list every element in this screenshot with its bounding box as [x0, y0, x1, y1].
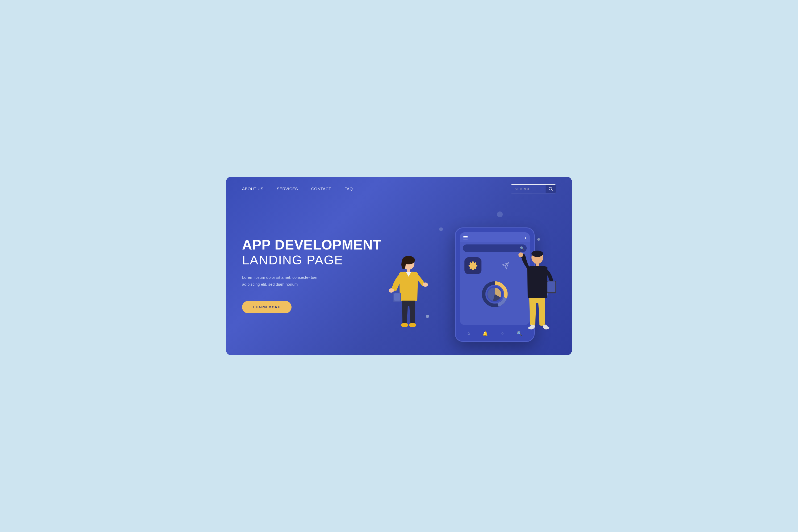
search-input[interactable] [511, 185, 546, 193]
svg-point-21 [518, 252, 523, 257]
svg-point-14 [401, 323, 408, 327]
svg-rect-17 [394, 293, 400, 301]
chevron-icon: › [525, 235, 526, 240]
svg-point-19 [531, 251, 543, 257]
nav-item-faq[interactable]: FAQ [344, 187, 353, 191]
svg-rect-23 [547, 281, 555, 292]
heart-icon: ♡ [500, 331, 504, 336]
person-woman [386, 253, 431, 343]
hero-title-bold: APP DEVELOPMENT [242, 237, 383, 252]
landing-page: ABOUT US SERVICES CONTACT FAQ [226, 177, 572, 355]
learn-more-button[interactable]: LEARN MORE [242, 301, 291, 314]
svg-point-0 [549, 187, 552, 190]
search-icon [548, 187, 553, 191]
gear-app-icon [464, 257, 481, 274]
send-icon [502, 262, 509, 269]
person-man [516, 247, 558, 343]
svg-point-13 [423, 283, 428, 287]
home-icon: ⌂ [467, 331, 470, 336]
bell-icon: 🔔 [482, 331, 488, 336]
navigation: ABOUT US SERVICES CONTACT FAQ [226, 177, 572, 201]
search-button[interactable] [546, 185, 556, 193]
nav-item-about[interactable]: ABOUT US [242, 187, 263, 191]
woman-illustration [386, 253, 431, 343]
phone-top-bar: › [460, 232, 530, 242]
hero-illustration: › 🔍 [383, 206, 556, 344]
deco-dot-5 [537, 238, 540, 241]
hamburger-icon [463, 236, 468, 240]
hero-description: Lorem ipsum dolor sit amet, consecte- tu… [242, 274, 332, 288]
gear-icon [468, 261, 478, 270]
deco-dot-1 [439, 227, 443, 231]
svg-line-1 [551, 190, 552, 191]
svg-point-10 [401, 260, 406, 269]
hero-section: APP DEVELOPMENT LANDING PAGE Lorem ipsum… [226, 201, 572, 355]
nav-item-contact[interactable]: CONTACT [311, 187, 331, 191]
nav-links: ABOUT US SERVICES CONTACT FAQ [242, 187, 353, 191]
hero-text: APP DEVELOPMENT LANDING PAGE Lorem ipsum… [242, 237, 383, 314]
svg-point-12 [388, 288, 394, 292]
man-illustration [516, 247, 558, 343]
nav-item-services[interactable]: SERVICES [277, 187, 298, 191]
deco-dot-2 [497, 211, 503, 217]
hero-title-light: LANDING PAGE [242, 252, 383, 268]
donut-chart [480, 280, 509, 309]
svg-point-15 [409, 323, 416, 327]
search-box [511, 184, 556, 193]
